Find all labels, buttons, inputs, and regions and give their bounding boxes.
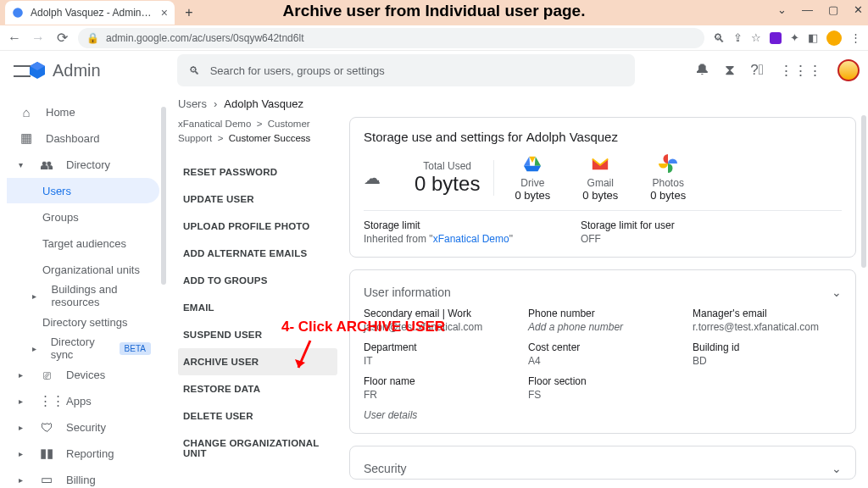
- back-icon[interactable]: ←: [7, 30, 22, 46]
- sidebar-item-dir-sync[interactable]: ▸Directory syncBETA: [7, 336, 159, 361]
- browser-tab[interactable]: Adolph Vasquez - Admin Conso ×: [5, 1, 175, 25]
- sidepanel-icon[interactable]: ◧: [808, 31, 818, 44]
- hamburger-icon[interactable]: [8, 64, 19, 77]
- action-add-emails[interactable]: ADD ALTERNATE EMAILS: [178, 240, 337, 267]
- share-icon[interactable]: ⇪: [733, 31, 743, 44]
- browser-tabbar: Adolph Vasquez - Admin Conso × + Archive…: [0, 0, 868, 25]
- k: Department: [364, 341, 513, 353]
- annotation-banner: Archive user from Individual user page.: [283, 2, 586, 20]
- app-header: Admin 🔍︎ Search for users, groups or set…: [0, 51, 868, 90]
- address-bar[interactable]: 🔒 admin.google.com/ac/users/0sqyw642tnd6…: [78, 28, 704, 48]
- svg-marker-9: [295, 359, 305, 368]
- gmail-icon: [591, 154, 609, 173]
- sidebar-item-dir-settings[interactable]: Directory settings: [7, 309, 159, 335]
- star-icon[interactable]: ☆: [751, 31, 761, 44]
- sidebar-item-directory[interactable]: ▾👥︎Directory: [7, 152, 159, 177]
- v: A4: [528, 355, 677, 367]
- window-close-icon[interactable]: ✕: [854, 3, 863, 16]
- total-value: 0 bytes: [415, 172, 480, 196]
- breadcrumb-root[interactable]: Users: [178, 97, 207, 110]
- section-title: Security: [364, 462, 407, 475]
- kebab-icon[interactable]: ⋮: [850, 31, 861, 44]
- sidebar-item-billing[interactable]: ▸▭Billing: [7, 467, 159, 488]
- k: Secondary email | Work: [364, 308, 513, 319]
- label: Buildings and resources: [51, 283, 151, 308]
- sidebar-item-target[interactable]: Target audiences: [7, 230, 159, 256]
- org-path-c[interactable]: Customer Success: [229, 133, 311, 143]
- v: FR: [364, 389, 513, 401]
- action-restore-data[interactable]: RESTORE DATA: [178, 375, 337, 402]
- user-limit-value: OFF: [581, 233, 675, 245]
- storage-user-limit: Storage limit for user OFF: [581, 219, 675, 245]
- sidebar: ⌂Home ▦Dashboard ▾👥︎Directory Users Grou…: [0, 90, 166, 488]
- action-update-user[interactable]: UPDATE USER: [178, 186, 337, 213]
- admin-logo[interactable]: Admin: [27, 60, 101, 80]
- v: BD: [693, 355, 842, 367]
- caret-right-icon: ▸: [32, 344, 39, 353]
- user-details-link[interactable]: User details: [364, 409, 842, 421]
- sidebar-item-users[interactable]: Users: [7, 178, 159, 203]
- k: Floor name: [364, 375, 513, 387]
- action-change-ou[interactable]: CHANGE ORGANIZATIONAL UNIT: [178, 430, 337, 467]
- title-name: Adolph Vasquez: [526, 130, 618, 144]
- sidebar-item-dashboard[interactable]: ▦Dashboard: [7, 125, 159, 151]
- sidebar-item-groups[interactable]: Groups: [7, 204, 159, 230]
- maximize-icon[interactable]: ▢: [828, 3, 838, 16]
- search-input[interactable]: 🔍︎ Search for users, groups or settings: [177, 54, 635, 86]
- v: r.torres@test.xfanatical.com: [693, 321, 842, 333]
- chevron-down-icon[interactable]: ⌄: [832, 286, 842, 299]
- limit-link[interactable]: xFanatical Demo: [433, 233, 509, 245]
- chevron-down-icon[interactable]: ⌄: [832, 462, 842, 475]
- k: Building id: [693, 341, 842, 353]
- storage-app-photos: Photos 0 bytes: [650, 154, 686, 202]
- sidebar-item-buildings[interactable]: ▸Buildings and resources: [7, 283, 159, 308]
- action-reset-password[interactable]: RESET PASSWORD: [178, 158, 337, 186]
- action-email[interactable]: EMAIL: [178, 294, 337, 321]
- sidebar-item-reporting[interactable]: ▸▮▮Reporting: [7, 441, 159, 466]
- v[interactable]: Add a phone number: [528, 321, 677, 333]
- minimize-icon[interactable]: —: [802, 3, 813, 16]
- security-card[interactable]: Security ⌄: [349, 446, 856, 480]
- breadcrumb-current: Adolph Vasquez: [224, 97, 303, 110]
- svg-marker-6: [524, 157, 530, 166]
- main-scrollbar[interactable]: [861, 115, 866, 268]
- svg-marker-7: [524, 166, 541, 171]
- tab-title: Adolph Vasquez - Admin Conso: [31, 7, 154, 19]
- new-tab-button[interactable]: +: [181, 5, 197, 20]
- help-icon[interactable]: ?⃝: [750, 62, 764, 79]
- user-left-column: xFanatical Demo > Customer Support > Cus…: [178, 117, 337, 488]
- sidebar-item-devices[interactable]: ▸⎚Devices: [7, 362, 159, 387]
- search-icon[interactable]: 🔍︎: [713, 31, 725, 45]
- sidebar-item-org-units[interactable]: Organizational units: [7, 257, 159, 282]
- profile-avatar[interactable]: [826, 30, 842, 46]
- user-info-card[interactable]: User information ⌄ Secondary email | Wor…: [349, 269, 856, 434]
- hourglass-icon[interactable]: ⧗: [725, 62, 735, 79]
- main-content: Users › Adolph Vasquez xFanatical Demo >…: [166, 90, 868, 488]
- extension-icon[interactable]: [770, 32, 782, 44]
- chevron-down-icon[interactable]: ⌄: [777, 3, 787, 16]
- sidebar-item-apps[interactable]: ▸⋮⋮Apps: [7, 388, 159, 413]
- label: Dashboard: [46, 132, 100, 145]
- storage-card: Storage use and settings for Adolph Vasq…: [349, 117, 856, 258]
- bell-icon[interactable]: 🔔︎: [695, 62, 709, 79]
- close-icon[interactable]: ×: [161, 6, 168, 19]
- org-path-a[interactable]: xFanatical Demo: [178, 119, 251, 129]
- devices-icon: ⎚: [39, 368, 54, 382]
- action-delete-user[interactable]: DELETE USER: [178, 402, 337, 430]
- cloud-icon: ☁: [364, 168, 381, 188]
- sidebar-item-security[interactable]: ▸🛡︎Security: [7, 414, 159, 440]
- apps-grid-icon[interactable]: ⋮⋮⋮: [779, 62, 822, 80]
- action-add-groups[interactable]: ADD TO GROUPS: [178, 267, 337, 294]
- user-actions: RESET PASSWORD UPDATE USER UPLOAD PROFIL…: [178, 158, 337, 467]
- storage-app-drive: Drive 0 bytes: [515, 154, 550, 202]
- user-avatar[interactable]: [837, 59, 860, 81]
- chart-icon: ▮▮: [39, 446, 54, 461]
- puzzle-icon[interactable]: ✦: [790, 31, 799, 44]
- sidebar-item-home[interactable]: ⌂Home: [7, 99, 159, 125]
- forward-icon[interactable]: →: [31, 30, 46, 46]
- label: Home: [46, 106, 75, 119]
- title-prefix: Storage use and settings for: [364, 130, 526, 144]
- label: Gmail: [582, 177, 618, 189]
- action-upload-photo[interactable]: UPLOAD PROFILE PHOTO: [178, 213, 337, 240]
- reload-icon[interactable]: ⟳: [54, 30, 70, 46]
